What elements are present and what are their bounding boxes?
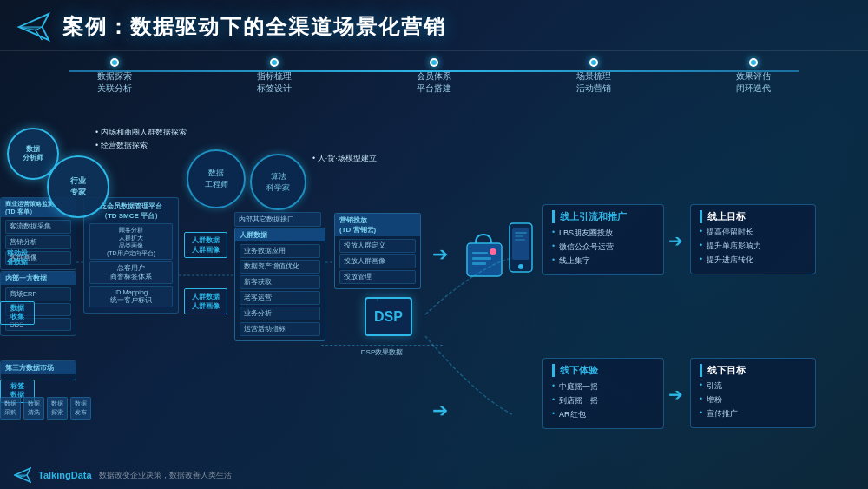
step-dot-3	[430, 58, 438, 67]
svg-point-10	[518, 264, 523, 269]
shopping-bag-icon	[460, 226, 508, 282]
process-step-3: 会员体系平台搭建	[417, 58, 451, 95]
offline-target-title: 线下目标	[700, 364, 806, 377]
footer-brand: TalkingData	[38, 470, 92, 480]
step-dot-1	[110, 58, 119, 67]
gear-industry-expert: 行业专家	[47, 155, 109, 218]
mobile-data-label: 移动设备数据	[0, 248, 35, 269]
step-label-1: 数据探索关联分析	[97, 70, 132, 95]
step-dot-2	[270, 58, 279, 67]
biz-data-app: 业务数据应用	[240, 244, 320, 258]
step-label-2: 指标梳理标签设计	[257, 70, 292, 95]
item-customer-collect: 客流数据采集	[5, 220, 71, 234]
svg-point-4	[490, 248, 496, 255]
arrow-to-online: ➔	[432, 245, 448, 264]
ad-manage: 投放管理	[339, 270, 416, 284]
internal-data-title: 内部一方数据	[1, 272, 76, 285]
gear-algorithm-scientist: 算法科学家	[250, 154, 306, 210]
offline-target-2: 增粉	[707, 394, 806, 406]
footer-slogan: 数据改变企业决策，数据改善人类生活	[99, 470, 232, 481]
gear-bullets-top: • 内场和商圈人群数据探索 • 经营数据探索	[95, 126, 187, 153]
scientist-label: 算法科学家	[266, 171, 290, 193]
crowd-interface-box: 内部其它数据接口	[234, 210, 321, 228]
online-target-box: 线上目标 提高停留时长 提升单店影响力 提升进店转化	[690, 204, 816, 274]
svg-rect-5	[472, 252, 488, 254]
process-bar: 数据探索关联分析 指标梳理标签设计 会员体系平台搭建 场景梳理活动营销 效果评估…	[0, 51, 868, 102]
paper-plane-icon	[17, 10, 50, 43]
online-push-title: 线上引流和推广	[552, 210, 654, 223]
arrow-offline-target: ➔	[668, 384, 683, 405]
offline-exp-title: 线下体验	[552, 364, 654, 377]
new-customer: 新客获取	[240, 275, 320, 289]
svg-rect-11	[515, 232, 527, 234]
data-asset: 数据资产增值优化	[240, 260, 320, 274]
smce-item-2: 总客用户商誉标签体系	[89, 261, 173, 284]
smce-item-3: ID Mapping统一客户标识	[89, 286, 173, 307]
step-label-3: 会员体系平台搭建	[417, 70, 451, 95]
shake-2: 到店摇一摇	[559, 395, 654, 406]
tag-explore: 数据探索	[47, 397, 68, 420]
ops-indicator: 运营活动指标	[240, 322, 320, 336]
header: 案例：数据驱动下的全渠道场景化营销	[0, 0, 868, 51]
arrow-to-offline: ➔	[432, 401, 448, 420]
marketing-title: 营销投放(TD 营销云)	[335, 214, 420, 236]
offline-target-3: 宣传推广	[707, 408, 806, 420]
tags-row: 数据采购 数据清洗 数据探索 数据发布	[0, 397, 113, 420]
audience-portrait: 投放人群画像	[339, 254, 416, 268]
online-target-1: 提高停留时长	[707, 227, 806, 238]
tag-purchase: 数据采购	[0, 397, 21, 420]
engineer-label: 数据工程师	[205, 168, 228, 189]
step-label-5: 效果评估闭环迭代	[736, 70, 771, 95]
online-target-2: 提升单店影响力	[707, 241, 806, 252]
svg-rect-7	[472, 262, 486, 265]
marketing-cloud-box: 营销投放(TD 营销云) 投放人群定义 投放人群画像 投放管理	[334, 213, 421, 292]
wechat-item: 微信公众号运营	[559, 241, 654, 253]
process-step-5: 效果评估闭环迭代	[736, 58, 771, 95]
arrow-online-target: ➔	[668, 230, 683, 251]
offline-target-1: 引流	[707, 380, 806, 392]
gear-data-engineer: 数据工程师	[187, 149, 246, 208]
audience-define: 投放人群定义	[339, 239, 416, 253]
step-dot-5	[749, 58, 758, 67]
biz-analysis: 业务分析	[240, 307, 320, 320]
online-target-3: 提升进店转化	[707, 254, 806, 266]
svg-rect-13	[515, 239, 525, 241]
footer-logo-icon	[14, 466, 31, 484]
online-target-title: 线上目标	[700, 210, 806, 223]
dsp-box: DSP	[365, 297, 412, 336]
third-party-title: 第三方数据市场	[1, 361, 76, 374]
ar-red: AR红包	[559, 409, 654, 420]
tag-publish: 数据发布	[70, 397, 91, 420]
crowd-interface-item: 内部其它数据接口	[234, 212, 321, 227]
tag-clean: 数据清洗	[23, 397, 44, 420]
smce-platform-box: 泛会员数据管理平台（TD SMCE 平台） 顾客分群人群扩大品类画像(TD用户定…	[83, 197, 179, 314]
item-erp: 商场ERP	[5, 287, 71, 301]
old-customer: 老客运营	[240, 291, 320, 305]
phone-svg	[508, 221, 534, 274]
svg-rect-6	[472, 257, 491, 260]
offline-experience-box: 线下体验 中庭摇一摇 到店摇一摇 AR红包	[542, 358, 664, 429]
page-title: 案例：数据驱动下的全渠道场景化营销	[62, 13, 446, 41]
mobile-phone-icon	[503, 215, 538, 280]
crowd-data-label-left: 人群数据人群画像	[184, 232, 227, 258]
crowd-box-title: 人群数据	[235, 228, 325, 241]
crowd-center-box: 人群数据 业务数据应用 数据资产增值优化 新客获取 老客运营 业务分析 运营活动…	[234, 228, 326, 344]
footer: TalkingData 数据改变企业决策，数据改善人类生活	[14, 466, 232, 484]
dsp-data-label: DSP效果数据	[321, 345, 443, 357]
step-label-4: 场景梳理活动营销	[576, 70, 611, 95]
crowd-data-label-right: 人群数据人群画像	[184, 288, 227, 314]
process-step-1: 数据探索关联分析	[97, 58, 132, 95]
svg-rect-12	[515, 235, 523, 237]
lbs-item: LBS朋友圈投放	[559, 228, 654, 239]
online-push-box: 线上引流和推广 LBS朋友圈投放 微信公众号运营 线上集字	[542, 204, 664, 275]
diagram-area: 数据 分析师 行业专家 • 内场和商圈人群数据探索 • 经营数据探索 商业运营策…	[0, 102, 868, 489]
process-step-4: 场景梳理活动营销	[576, 58, 611, 95]
model-bullet: • 人·货·场模型建立	[312, 152, 377, 165]
smce-item-1: 顾客分群人群扩大品类画像(TD用户定向平台)	[89, 223, 173, 260]
online-collect-item: 线上集字	[559, 255, 654, 267]
data-collect-label: 数据收集	[0, 301, 35, 325]
shake-1: 中庭摇一摇	[559, 381, 654, 393]
step-dot-4	[589, 58, 598, 67]
process-step-2: 指标梳理标签设计	[257, 58, 292, 95]
offline-target-box: 线下目标 引流 增粉 宣传推广	[690, 358, 816, 428]
